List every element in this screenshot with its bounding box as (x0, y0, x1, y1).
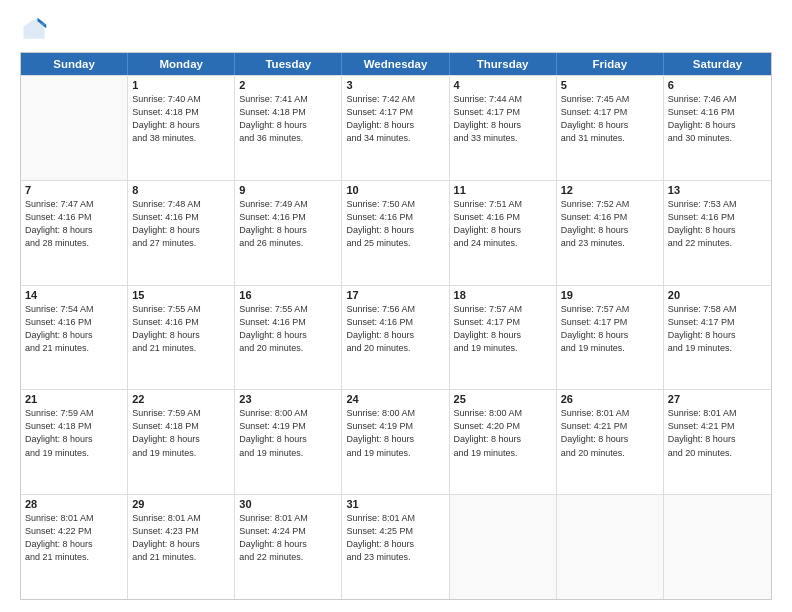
calendar-header-cell: Saturday (664, 53, 771, 75)
day-number: 26 (561, 393, 659, 405)
day-number: 20 (668, 289, 767, 301)
cell-line: Sunset: 4:16 PM (25, 316, 123, 329)
day-number: 24 (346, 393, 444, 405)
cell-line: Sunrise: 7:57 AM (454, 303, 552, 316)
cell-line: Daylight: 8 hours (239, 538, 337, 551)
cell-line: Sunrise: 7:58 AM (668, 303, 767, 316)
cell-line: Sunrise: 8:01 AM (561, 407, 659, 420)
cell-line: Daylight: 8 hours (132, 433, 230, 446)
cell-line: Sunrise: 8:00 AM (346, 407, 444, 420)
calendar-header-cell: Tuesday (235, 53, 342, 75)
cell-line: and 22 minutes. (239, 551, 337, 564)
calendar-cell: 21Sunrise: 7:59 AMSunset: 4:18 PMDayligh… (21, 390, 128, 494)
cell-line: and 20 minutes. (346, 342, 444, 355)
cell-line: and 30 minutes. (668, 132, 767, 145)
cell-line: Sunset: 4:16 PM (132, 316, 230, 329)
day-number: 5 (561, 79, 659, 91)
cell-line: Sunrise: 8:01 AM (668, 407, 767, 420)
cell-line: Sunset: 4:18 PM (239, 106, 337, 119)
cell-line: Daylight: 8 hours (132, 119, 230, 132)
cell-line: Sunset: 4:18 PM (132, 420, 230, 433)
cell-line: Sunrise: 8:01 AM (25, 512, 123, 525)
cell-line: and 23 minutes. (346, 551, 444, 564)
cell-line: Daylight: 8 hours (668, 224, 767, 237)
cell-line: and 21 minutes. (25, 551, 123, 564)
calendar-cell (664, 495, 771, 599)
cell-line: Daylight: 8 hours (454, 224, 552, 237)
calendar-cell: 18Sunrise: 7:57 AMSunset: 4:17 PMDayligh… (450, 286, 557, 390)
cell-line: and 19 minutes. (25, 447, 123, 460)
cell-line: Daylight: 8 hours (454, 329, 552, 342)
cell-line: Daylight: 8 hours (25, 433, 123, 446)
cell-line: Sunset: 4:16 PM (132, 211, 230, 224)
cell-line: Daylight: 8 hours (561, 433, 659, 446)
cell-line: Sunrise: 7:49 AM (239, 198, 337, 211)
cell-line: and 19 minutes. (132, 447, 230, 460)
cell-line: Daylight: 8 hours (239, 224, 337, 237)
cell-line: Daylight: 8 hours (346, 329, 444, 342)
calendar-cell: 6Sunrise: 7:46 AMSunset: 4:16 PMDaylight… (664, 76, 771, 180)
cell-line: and 31 minutes. (561, 132, 659, 145)
calendar-cell: 29Sunrise: 8:01 AMSunset: 4:23 PMDayligh… (128, 495, 235, 599)
cell-line: Sunset: 4:16 PM (239, 316, 337, 329)
cell-line: Sunrise: 8:01 AM (132, 512, 230, 525)
cell-line: and 19 minutes. (346, 447, 444, 460)
cell-line: Daylight: 8 hours (132, 538, 230, 551)
cell-line: Sunrise: 7:57 AM (561, 303, 659, 316)
cell-line: Sunrise: 7:59 AM (132, 407, 230, 420)
cell-line: and 20 minutes. (668, 447, 767, 460)
cell-line: Sunrise: 7:47 AM (25, 198, 123, 211)
cell-line: Daylight: 8 hours (25, 538, 123, 551)
calendar-cell: 3Sunrise: 7:42 AMSunset: 4:17 PMDaylight… (342, 76, 449, 180)
cell-line: Daylight: 8 hours (132, 224, 230, 237)
calendar-cell: 15Sunrise: 7:55 AMSunset: 4:16 PMDayligh… (128, 286, 235, 390)
calendar-cell: 8Sunrise: 7:48 AMSunset: 4:16 PMDaylight… (128, 181, 235, 285)
calendar-cell: 26Sunrise: 8:01 AMSunset: 4:21 PMDayligh… (557, 390, 664, 494)
cell-line: and 19 minutes. (454, 447, 552, 460)
calendar-cell: 17Sunrise: 7:56 AMSunset: 4:16 PMDayligh… (342, 286, 449, 390)
day-number: 8 (132, 184, 230, 196)
cell-line: Sunrise: 7:44 AM (454, 93, 552, 106)
page: SundayMondayTuesdayWednesdayThursdayFrid… (0, 0, 792, 612)
cell-line: Daylight: 8 hours (239, 119, 337, 132)
cell-line: Daylight: 8 hours (346, 538, 444, 551)
calendar-cell: 13Sunrise: 7:53 AMSunset: 4:16 PMDayligh… (664, 181, 771, 285)
header (20, 16, 772, 44)
day-number: 1 (132, 79, 230, 91)
cell-line: and 19 minutes. (239, 447, 337, 460)
cell-line: and 22 minutes. (668, 237, 767, 250)
cell-line: and 38 minutes. (132, 132, 230, 145)
cell-line: and 21 minutes. (132, 551, 230, 564)
calendar-cell: 1Sunrise: 7:40 AMSunset: 4:18 PMDaylight… (128, 76, 235, 180)
cell-line: Sunrise: 8:01 AM (239, 512, 337, 525)
cell-line: and 21 minutes. (25, 342, 123, 355)
calendar-header-cell: Monday (128, 53, 235, 75)
cell-line: Sunset: 4:23 PM (132, 525, 230, 538)
calendar-cell: 16Sunrise: 7:55 AMSunset: 4:16 PMDayligh… (235, 286, 342, 390)
cell-line: Daylight: 8 hours (25, 329, 123, 342)
cell-line: Daylight: 8 hours (454, 119, 552, 132)
day-number: 29 (132, 498, 230, 510)
cell-line: Sunset: 4:18 PM (25, 420, 123, 433)
cell-line: Sunrise: 8:00 AM (239, 407, 337, 420)
day-number: 30 (239, 498, 337, 510)
cell-line: and 25 minutes. (346, 237, 444, 250)
cell-line: Daylight: 8 hours (239, 433, 337, 446)
cell-line: Sunset: 4:17 PM (454, 316, 552, 329)
cell-line: Daylight: 8 hours (25, 224, 123, 237)
calendar: SundayMondayTuesdayWednesdayThursdayFrid… (20, 52, 772, 600)
cell-line: Sunset: 4:16 PM (239, 211, 337, 224)
cell-line: Sunrise: 7:41 AM (239, 93, 337, 106)
day-number: 22 (132, 393, 230, 405)
cell-line: and 21 minutes. (132, 342, 230, 355)
calendar-body: 1Sunrise: 7:40 AMSunset: 4:18 PMDaylight… (21, 75, 771, 599)
day-number: 6 (668, 79, 767, 91)
calendar-row: 28Sunrise: 8:01 AMSunset: 4:22 PMDayligh… (21, 494, 771, 599)
cell-line: Daylight: 8 hours (346, 433, 444, 446)
cell-line: Sunrise: 7:45 AM (561, 93, 659, 106)
day-number: 13 (668, 184, 767, 196)
cell-line: and 19 minutes. (668, 342, 767, 355)
calendar-cell: 31Sunrise: 8:01 AMSunset: 4:25 PMDayligh… (342, 495, 449, 599)
day-number: 25 (454, 393, 552, 405)
day-number: 4 (454, 79, 552, 91)
